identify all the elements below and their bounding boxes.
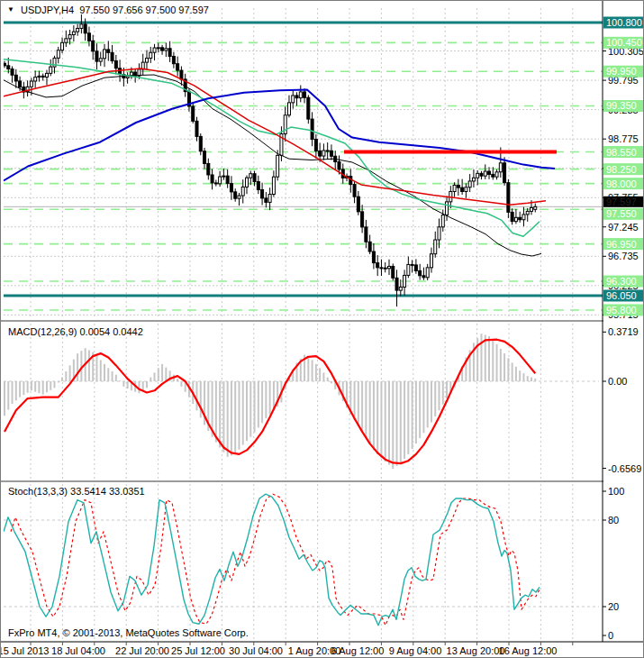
candle-body <box>484 171 486 176</box>
chart-title-ohlc: USDJPY,H4 97.550 97.656 97.500 97.597 <box>21 5 209 15</box>
candle-body <box>219 177 222 184</box>
candle-body <box>476 173 479 178</box>
candle-body <box>177 64 179 70</box>
bid-price-box-label: 97.597 <box>606 196 637 207</box>
candle-body <box>126 77 129 78</box>
candle-body <box>19 81 22 87</box>
candle-body <box>453 185 456 191</box>
price-level-box-label: 96.050 <box>606 290 637 301</box>
price-level-box-label: 95.800 <box>606 305 637 315</box>
candle-body <box>495 172 498 177</box>
chart-dropdown-icon[interactable]: ▼ <box>7 5 14 15</box>
candle-body <box>292 96 295 103</box>
candle-body <box>34 78 37 81</box>
candle-body <box>222 176 225 177</box>
time-label: 9 Aug 04:00 <box>389 645 442 656</box>
price-label: 98.775 <box>608 133 639 144</box>
candle-body <box>14 75 17 81</box>
price-level-box-label: 96.300 <box>606 276 637 287</box>
candle-body <box>488 171 491 174</box>
candle-body <box>376 263 379 268</box>
stoch-axis-label: 100 <box>608 486 624 497</box>
time-label: 22 Jul 20:00 <box>115 645 169 656</box>
candle-body <box>72 32 75 34</box>
candle-body <box>165 49 168 50</box>
candle-body <box>314 139 317 151</box>
candle-body <box>77 28 79 32</box>
price-label: 96.735 <box>608 251 639 261</box>
candle-body <box>268 194 271 202</box>
candle-body <box>446 202 449 215</box>
time-label: 13 Aug 20:00 <box>447 645 505 656</box>
candle-body <box>522 215 525 220</box>
price-level-box-label: 98.000 <box>606 178 637 189</box>
macd-axis-label: -0.6569 <box>608 463 641 474</box>
candle-body <box>145 59 148 63</box>
candle-body <box>411 264 413 265</box>
candle-body <box>519 217 522 219</box>
candle-body <box>150 52 152 58</box>
candle-body <box>430 254 432 268</box>
candle-body <box>503 163 506 183</box>
candle-body <box>7 66 10 69</box>
candle-body <box>353 185 356 197</box>
candle-body <box>361 212 364 227</box>
candle-body <box>157 48 159 49</box>
price-level-box-label: 96.950 <box>606 239 637 250</box>
candle-body <box>230 184 232 192</box>
price-level-box-label: 100.450 <box>606 37 642 48</box>
candle-body <box>114 61 117 69</box>
candle-body <box>441 215 444 227</box>
candle-body <box>226 176 229 183</box>
candle-body <box>468 181 471 187</box>
candle-body <box>499 163 502 172</box>
candle-body <box>204 151 206 164</box>
candle-body <box>338 162 340 169</box>
candle-body <box>511 212 513 221</box>
price-level-box-label: 100.800 <box>606 17 642 28</box>
stoch-axis-label: 0 <box>608 630 613 641</box>
candle-body <box>172 56 175 63</box>
candle-body <box>87 33 90 41</box>
candle-body <box>241 187 244 196</box>
candle-body <box>426 268 429 278</box>
stoch-indicator-title: Stoch(13,3,3) 33.5414 33.0351 <box>8 486 145 497</box>
candle-body <box>422 276 425 278</box>
candle-body <box>238 196 240 198</box>
candle-body <box>534 206 537 209</box>
candle-body <box>61 42 64 50</box>
candle-body <box>368 242 371 251</box>
candle-body <box>404 275 406 287</box>
candle-body <box>380 268 383 269</box>
candle-body <box>168 49 171 57</box>
candle-body <box>30 81 32 87</box>
candle-body <box>50 67 52 73</box>
candle-body <box>472 178 475 181</box>
candle-body <box>214 183 217 184</box>
candle-body <box>92 41 95 51</box>
candle-body <box>104 50 106 59</box>
candle-body <box>395 278 398 290</box>
candle-body <box>153 48 156 52</box>
candle-body <box>261 190 264 198</box>
candle-body <box>192 106 195 121</box>
candle-body <box>234 192 237 198</box>
candle-body <box>357 196 359 212</box>
price-scale-background <box>603 1 644 642</box>
candle-body <box>99 59 102 61</box>
stoch-axis-label: 20 <box>608 601 619 612</box>
price-level-box-label: 99.350 <box>606 100 637 111</box>
candle-body <box>307 97 310 119</box>
time-label: 16 Aug 12:00 <box>499 645 558 656</box>
candle-body <box>414 265 417 270</box>
candle-body <box>80 24 83 29</box>
candle-body <box>11 69 14 75</box>
time-label: 6 Aug 12:00 <box>331 645 385 656</box>
price-level-box-label: 99.950 <box>606 66 637 77</box>
time-label: 30 Jul 04:00 <box>229 645 283 656</box>
time-label: 18 Jul 04:00 <box>51 645 105 656</box>
time-label: 25 Jul 12:00 <box>171 645 225 656</box>
candle-body <box>265 198 268 203</box>
candle-body <box>319 151 322 156</box>
candle-body <box>84 24 86 33</box>
